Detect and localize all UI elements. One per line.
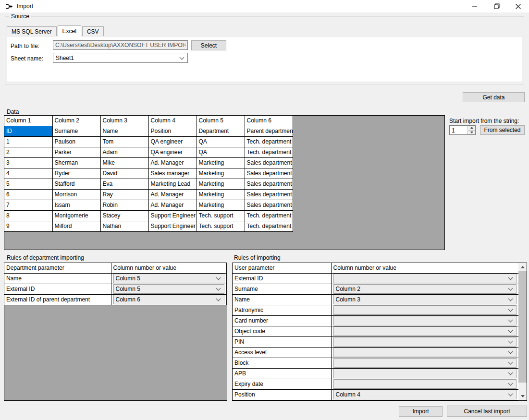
grid-cell[interactable]: Tech. department [245,221,293,231]
grid-cell[interactable]: Surname [52,126,100,136]
rule-value-dropdown[interactable]: Column 5 [113,284,225,294]
grid-column-header[interactable]: Column 3 [100,116,148,126]
select-file-button[interactable]: Select [191,40,226,50]
grid-cell[interactable]: Tech. support [197,221,245,231]
get-data-button[interactable]: Get data [463,92,525,102]
rule-value-dropdown[interactable] [333,348,517,357]
import-button[interactable]: Import [399,406,443,417]
grid-cell[interactable]: Marketing Lead [148,179,197,189]
grid-cell[interactable]: ID [4,126,52,136]
grid-cell[interactable]: Montgomerie [52,210,100,221]
grid-cell[interactable]: Sales department [245,157,293,168]
grid-cell[interactable]: Sherman [52,157,100,168]
rule-value-dropdown[interactable] [333,274,517,283]
grid-cell[interactable]: Nathan [100,221,148,231]
grid-cell[interactable]: Sales manager [148,168,197,179]
grid-cell[interactable]: Sales department [245,179,293,189]
grid-cell[interactable]: Parker [52,147,100,157]
grid-cell[interactable]: QA engineer [148,136,197,147]
rule-value-dropdown[interactable] [333,369,517,378]
grid-cell[interactable]: Marketing [197,189,245,200]
grid-cell[interactable]: 9 [4,221,52,231]
grid-cell[interactable]: QA [197,136,245,147]
grid-cell[interactable]: Sales department [245,189,293,200]
grid-cell[interactable]: Mike [100,157,148,168]
grid-cell[interactable]: Ad. Manager [148,200,197,210]
spinner-up-button[interactable] [468,126,475,130]
start-row-spinner[interactable] [449,125,476,135]
grid-cell[interactable]: 7 [4,200,52,210]
rule-value-dropdown[interactable] [333,358,517,368]
spinner-down-button[interactable] [468,130,475,135]
grid-cell[interactable]: David [100,168,148,179]
grid-cell[interactable]: QA [197,147,245,157]
maximize-button[interactable] [486,0,507,12]
cancel-last-import-button[interactable]: Cancel last import [447,406,527,417]
grid-cell[interactable]: Sales department [245,168,293,179]
grid-cell[interactable]: Robin [100,200,148,210]
grid-cell[interactable]: 2 [4,147,52,157]
grid-cell[interactable]: Paulson [52,136,100,147]
grid-cell[interactable]: Ad. Manager [148,189,197,200]
path-to-file-input[interactable] [53,40,188,50]
close-button[interactable] [507,0,529,12]
rule-value-dropdown[interactable]: Column 4 [333,390,517,399]
tab-csv[interactable]: CSV [82,26,104,36]
grid-cell[interactable]: Issam [52,200,100,210]
rule-value-dropdown[interactable] [333,316,517,325]
grid-cell[interactable]: Support Engineer [148,210,197,221]
rule-value-dropdown[interactable]: Column 6 [113,295,225,304]
grid-cell[interactable]: Tech. support [197,210,245,221]
grid-cell[interactable]: 6 [4,189,52,200]
grid-cell[interactable]: Ad. Manager [148,157,197,168]
grid-cell[interactable]: Parent department [245,126,293,136]
minimize-button[interactable] [464,0,486,12]
grid-cell[interactable]: Stacey [100,210,148,221]
start-row-input[interactable] [450,126,467,134]
scroll-thumb[interactable] [518,271,527,383]
grid-cell[interactable]: Sales department [245,200,293,210]
grid-cell[interactable]: 1 [4,136,52,147]
rule-value-dropdown[interactable]: Column 3 [333,295,517,304]
grid-column-header[interactable]: Column 6 [245,116,293,126]
grid-cell[interactable]: 3 [4,157,52,168]
rule-value-dropdown[interactable] [333,326,517,336]
grid-cell[interactable]: Stafford [52,179,100,189]
scroll-down-button[interactable] [518,392,527,400]
grid-cell[interactable]: 8 [4,210,52,221]
grid-cell[interactable]: Department [197,126,245,136]
grid-cell[interactable]: 5 [4,179,52,189]
grid-cell[interactable]: Ray [100,189,148,200]
grid-cell[interactable]: QA engineer [148,147,197,157]
from-selected-button[interactable]: From selected [480,125,525,135]
grid-cell[interactable]: Marketing [197,200,245,210]
grid-cell[interactable]: Tom [100,136,148,147]
grid-cell[interactable]: Ryder [52,168,100,179]
rule-value-dropdown[interactable] [333,305,517,315]
grid-cell[interactable]: Adam [100,147,148,157]
grid-column-header[interactable]: Column 1 [4,116,52,126]
grid-cell[interactable]: Eva [100,179,148,189]
grid-column-header[interactable]: Column 2 [52,116,100,126]
rule-value-dropdown[interactable] [333,379,517,389]
grid-column-header[interactable]: Column 5 [197,116,245,126]
tab-excel[interactable]: Excel [58,25,81,36]
sheet-name-dropdown[interactable]: Sheet1 [53,53,188,63]
grid-cell[interactable]: Marketing [197,157,245,168]
grid-cell[interactable]: Tech. department [245,147,293,157]
rule-value-dropdown[interactable]: Column 2 [333,284,517,294]
scroll-up-button[interactable] [518,263,527,271]
grid-cell[interactable]: Marketing [197,179,245,189]
rule-value-dropdown[interactable]: Column 5 [113,274,225,283]
grid-cell[interactable]: Position [148,126,197,136]
grid-cell[interactable]: Morrison [52,189,100,200]
grid-cell[interactable]: Tech. department [245,136,293,147]
grid-column-header[interactable]: Column 4 [148,116,197,126]
scrollbar[interactable] [518,263,527,400]
grid-cell[interactable]: Name [100,126,148,136]
grid-cell[interactable]: Milford [52,221,100,231]
grid-cell[interactable]: Support Engineer [148,221,197,231]
grid-cell[interactable]: Tech. department [245,210,293,221]
rule-value-dropdown[interactable] [333,337,517,347]
grid-cell[interactable]: 4 [4,168,52,179]
